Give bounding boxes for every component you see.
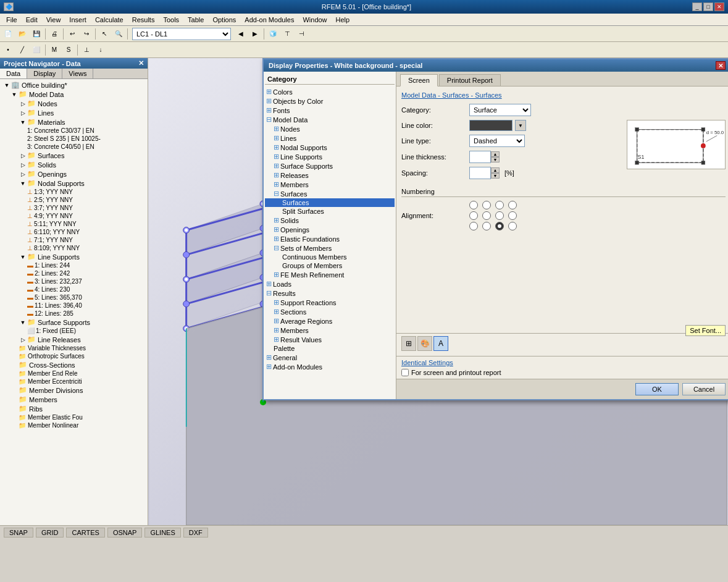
tree-surface-supports[interactable]: ▼ 📁 Surface Supports [1,318,146,327]
tree-ls-4[interactable]: ▬4: Lines: 230 [1,285,146,293]
radio-mr[interactable] [495,211,504,220]
tb-prev-lc[interactable]: ◀ [234,27,248,41]
tree-ns-2[interactable]: ⊥2:5; YYY NNY [1,196,146,204]
tree-materials[interactable]: ▼ 📁 Materials [1,117,146,127]
tb-3d-view[interactable]: 🧊 [266,27,280,41]
radio-mc[interactable] [482,211,491,220]
tree-openings[interactable]: ▷ 📁 Openings [1,169,146,179]
tree-ns-1[interactable]: ⊥1:3; YYY NNY [1,188,146,196]
dialog-close-btn[interactable]: ✕ [716,61,726,70]
tree-root[interactable]: ▼ 🏢 Office building* [1,80,146,90]
status-glines[interactable]: GLINES [144,528,180,538]
cat-members[interactable]: ⊞ Members [265,180,395,189]
tb2-section[interactable]: S [62,43,75,57]
breadcrumb[interactable]: Model Data - Surfaces - Surfaces [401,91,726,99]
tb-next-lc[interactable]: ▶ [248,27,262,41]
thickness-down-btn[interactable]: ▼ [491,157,500,162]
minimize-btn[interactable]: _ [692,2,702,11]
tree-mat-2[interactable]: 2: Steel S 235 | EN 10025- [1,135,146,143]
menu-calculate[interactable]: Calculate [91,15,127,24]
set-color-btn[interactable]: 🎨 [417,336,432,351]
nav-tab-display[interactable]: Display [27,69,62,78]
status-dxf[interactable]: DXF [183,528,208,538]
cat-line-supports[interactable]: ⊞ Line Supports [265,152,395,161]
tb-top-view[interactable]: ⊤ [280,27,294,41]
tree-line-supports[interactable]: ▼ 📁 Line Supports [1,252,146,261]
tree-line-releases[interactable]: ▷ 📁 Line Releases [1,335,146,344]
tree-mem-end-rel[interactable]: 📁 Member End Rele [1,369,146,377]
menu-options[interactable]: Options [209,15,240,24]
tree-model-data[interactable]: ▼ 📁 Model Data [1,90,146,99]
cat-surfaces-sub[interactable]: Surfaces [265,198,395,207]
cat-openings[interactable]: ⊞ Openings [265,225,395,234]
menu-window[interactable]: Window [299,15,330,24]
cat-results[interactable]: ⊟ Results [265,289,395,298]
spacing-up-btn[interactable]: ▲ [491,167,500,173]
nav-tab-views[interactable]: Views [62,69,93,78]
tree-mat-1[interactable]: 1: Concrete C30/37 | EN [1,127,146,135]
cat-sets-of-members[interactable]: ⊟ Sets of Members [265,243,395,253]
tb-zoom[interactable]: 🔍 [112,27,125,41]
menu-insert[interactable]: Insert [65,15,90,24]
screen-printout-checkbox[interactable] [401,369,409,376]
tree-surfaces[interactable]: ▷ 📁 Surfaces [1,151,146,160]
radio-bl[interactable] [469,222,478,230]
tb2-support[interactable]: ⊥ [80,43,93,57]
radio-ml[interactable] [469,211,478,220]
cat-sections[interactable]: ⊞ Sections [265,307,395,316]
tree-ortho[interactable]: 📁 Orthotropic Surfaces [1,352,146,360]
tb2-node[interactable]: • [1,43,15,57]
radio-br2[interactable] [508,222,517,230]
tree-ss-1[interactable]: ⬜1: Fixed (EEE) [1,327,146,335]
set-font-btn[interactable]: A [433,336,448,351]
tb-front-view[interactable]: ⊣ [295,27,308,41]
tree-ribs[interactable]: 📁 Ribs [1,404,146,413]
copy-all-btn[interactable]: ⊞ [401,336,416,351]
tree-var-thick[interactable]: 📁 Variable Thicknesses [1,344,146,352]
tb-undo[interactable]: ↩ [65,27,79,41]
tree-mem-ecc[interactable]: 📁 Member Eccentriciti [1,377,146,386]
tb2-material[interactable]: M [48,43,61,57]
tree-mem-elastic[interactable]: 📁 Member Elastic Fou [1,413,146,421]
tree-ns-4[interactable]: ⊥4:9; YYY NNY [1,212,146,220]
spacing-down-btn[interactable]: ▼ [491,173,500,179]
tree-mat-3[interactable]: 3: Concrete C40/50 | EN [1,143,146,151]
load-case-select[interactable]: LC1 - DL1 [132,28,231,40]
cancel-button[interactable]: Cancel [682,383,726,395]
tb-redo[interactable]: ↪ [80,27,93,41]
tree-ls-5[interactable]: ▬5: Lines: 365,370 [1,293,146,302]
cat-surface-supports[interactable]: ⊞ Surface Supports [265,161,395,171]
cat-continuous-members[interactable]: Continuous Members [265,253,395,261]
menu-edit[interactable]: Edit [22,15,41,24]
tree-members[interactable]: 📁 Members [1,395,146,404]
color-dropdown-btn[interactable]: ▼ [515,120,526,131]
cat-model-data[interactable]: ⊟ Model Data [265,115,395,124]
tb2-line[interactable]: ╱ [15,43,29,57]
radio-tr2[interactable] [508,201,517,209]
tb2-load[interactable]: ↓ [94,43,107,57]
tb-select[interactable]: ↖ [98,27,111,41]
menu-tools[interactable]: Tools [159,15,183,24]
tree-nodes[interactable]: ▷ 📁 Nodes [1,99,146,108]
cat-elastic-foundations[interactable]: ⊞ Elastic Foundations [265,234,395,243]
cat-releases[interactable]: ⊞ Releases [265,171,395,180]
cat-groups-of-members[interactable]: Groups of Members [265,261,395,270]
cat-result-values[interactable]: ⊞ Result Values [265,335,395,344]
tree-mem-nonlin[interactable]: 📁 Member Nonlinear [1,421,146,429]
tb-open[interactable]: 📂 [15,27,29,41]
identical-settings-link[interactable]: Identical Settings [401,359,726,366]
restore-btn[interactable]: □ [703,2,713,11]
nav-close[interactable]: ✕ [138,59,144,67]
cat-general[interactable]: ⊞ General [265,353,395,362]
tb-print[interactable]: 🖨 [48,27,61,41]
cat-colors[interactable]: ⊞ Colors [265,87,395,96]
menu-addon[interactable]: Add-on Modules [241,15,298,24]
radio-br[interactable] [495,222,504,230]
tb-new[interactable]: 📄 [1,27,15,41]
menu-results[interactable]: Results [128,15,159,24]
tree-ls-12[interactable]: ▬12: Lines: 285 [1,310,146,318]
tree-ls-2[interactable]: ▬2: Lines: 242 [1,269,146,277]
menu-view[interactable]: View [43,15,65,24]
category-select[interactable]: Surface [469,104,531,116]
thickness-up-btn[interactable]: ▲ [491,151,500,157]
